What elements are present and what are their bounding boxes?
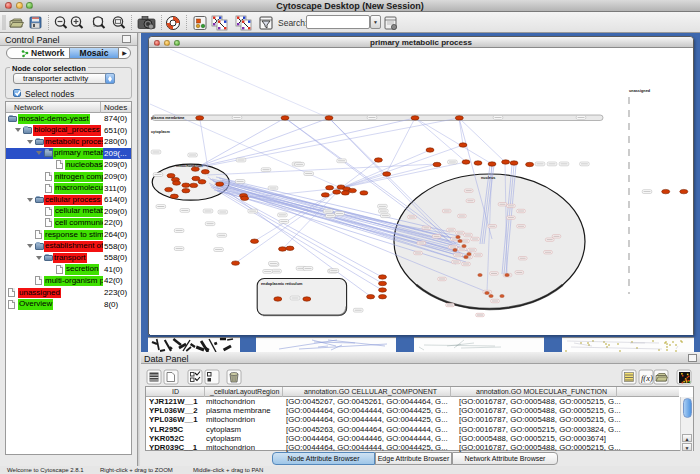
svg-text:unassigned: unassigned (629, 89, 651, 93)
svg-text:endoplasmic reticulum: endoplasmic reticulum (261, 282, 303, 286)
svg-text:mitochondrion: mitochondrion (176, 164, 203, 168)
svg-text:f(x): f(x) (641, 373, 653, 383)
svg-text:plasma membrane: plasma membrane (151, 116, 184, 120)
svg-text:cytoplasm: cytoplasm (151, 130, 170, 134)
svg-text:nucleus: nucleus (481, 176, 495, 180)
